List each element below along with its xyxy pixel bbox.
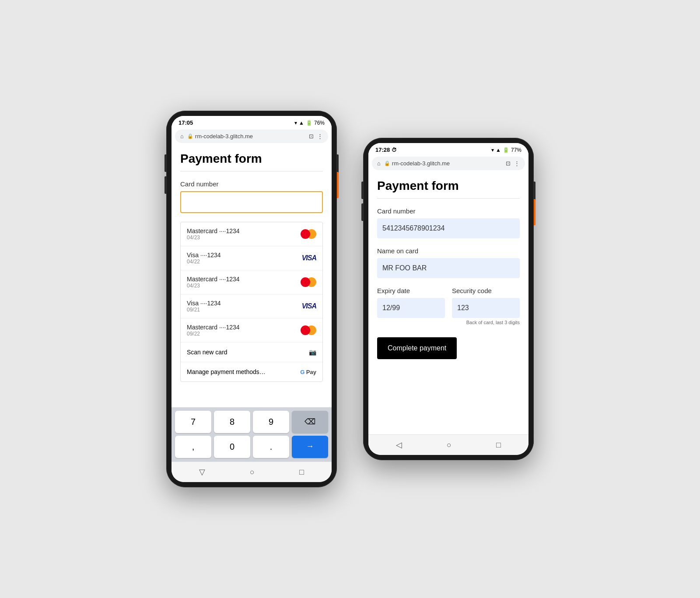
nav-bar-left: ▽ ○ □: [172, 462, 332, 482]
status-bar-left: 17:05 ▾ ▲ 🔋 76%: [172, 116, 332, 128]
status-icons-left: ▾ ▲ 🔋 76%: [294, 120, 325, 126]
card-number-field-left: Card number: [180, 180, 323, 213]
expiry-field: Expiry date 12/99: [377, 287, 445, 325]
browser-bar-right[interactable]: ⌂ 🔒 rm-codelab-3.glitch.me ⊡ ⋮: [372, 157, 525, 170]
key-0[interactable]: 0: [214, 436, 250, 458]
page-title-left: Payment form: [180, 152, 323, 166]
mastercard-logo-5: [301, 325, 316, 335]
url-bar-right[interactable]: 🔒 rm-codelab-3.glitch.me: [384, 160, 502, 167]
lock-icon: 🔒: [187, 133, 193, 139]
manage-payment-item[interactable]: Manage payment methods… G Pay: [181, 362, 322, 381]
card-number-label-right: Card number: [377, 207, 520, 215]
nav-home-left[interactable]: ○: [250, 468, 255, 477]
card-name-2: Visa ····1234: [187, 252, 221, 259]
nav-home-right[interactable]: ○: [447, 441, 452, 450]
name-label-right: Name on card: [377, 247, 520, 255]
name-field-right: Name on card MR FOO BAR: [377, 247, 520, 278]
card-exp-1: 04/23: [187, 234, 240, 241]
nav-back-right[interactable]: ◁: [396, 440, 402, 450]
url-text-left: rm-codelab-3.glitch.me: [195, 133, 253, 140]
expiry-security-row: Expiry date 12/99 Security code 123 Back…: [377, 287, 520, 334]
home-icon: ⌂: [180, 133, 184, 140]
page-content-left: Payment form Card number Mastercard ····…: [172, 145, 332, 407]
security-field: Security code 123 Back of card, last 3 d…: [452, 287, 520, 325]
card-exp-5: 09/22: [187, 331, 240, 337]
wifi-icon: ▾: [294, 120, 297, 126]
card-number-field-right: Card number 5412345678901234: [377, 207, 520, 238]
card-number-input-left[interactable]: [180, 191, 323, 213]
autocomplete-item-1[interactable]: Mastercard ····1234 04/23: [181, 222, 322, 246]
card-name-1: Mastercard ····1234: [187, 227, 240, 234]
camera-icon: 📷: [309, 349, 316, 356]
autocomplete-item-5[interactable]: Mastercard ····1234 09/22: [181, 318, 322, 343]
lock-icon-right: 🔒: [384, 161, 390, 166]
expiry-label: Expiry date: [377, 287, 445, 294]
nav-recents-right[interactable]: □: [496, 441, 501, 450]
status-icons-right: ▾ ▲ 🔋 77%: [491, 147, 522, 153]
battery-pct-left: 76%: [314, 120, 325, 126]
autocomplete-list: Mastercard ····1234 04/23 Visa ····1234 …: [180, 222, 323, 382]
url-bar-left[interactable]: 🔒 rm-codelab-3.glitch.me: [187, 133, 305, 140]
battery-icon-right: 🔋: [503, 147, 509, 153]
nav-recents-left[interactable]: □: [299, 468, 304, 477]
manage-label: Manage payment methods…: [187, 368, 266, 375]
page-title-right: Payment form: [377, 179, 520, 193]
url-text-right: rm-codelab-3.glitch.me: [392, 160, 450, 167]
home-icon-right: ⌂: [377, 160, 381, 167]
mastercard-logo-3: [301, 277, 316, 287]
divider-left: [180, 171, 323, 171]
keyboard-left: 7 8 9 ⌫ , 0 . →: [172, 407, 332, 462]
card-name-5: Mastercard ····1234: [187, 324, 240, 331]
signal-icon-right: ▲: [496, 147, 501, 153]
scan-new-card-item[interactable]: Scan new card 📷: [181, 343, 322, 362]
card-exp-4: 09/21: [187, 307, 221, 313]
time-right: 17:28 ⏱: [375, 147, 397, 153]
security-hint: Back of card, last 3 digits: [452, 320, 520, 325]
battery-pct-right: 77%: [511, 147, 522, 153]
key-comma[interactable]: ,: [175, 436, 211, 458]
name-value[interactable]: MR FOO BAR: [377, 258, 520, 278]
status-bar-right: 17:28 ⏱ ▾ ▲ 🔋 77%: [368, 143, 528, 155]
key-8[interactable]: 8: [214, 411, 250, 433]
timer-icon: ⏱: [392, 147, 397, 153]
tab-icon[interactable]: ⊡: [309, 133, 314, 140]
nav-bar-right: ◁ ○ □: [368, 434, 528, 455]
browser-icons-left: ⊡ ⋮: [309, 133, 323, 140]
page-content-right: Payment form Card number 541234567890123…: [368, 172, 528, 434]
card-exp-3: 04/23: [187, 283, 240, 289]
security-value[interactable]: 123: [452, 298, 520, 318]
key-7[interactable]: 7: [175, 411, 211, 433]
card-number-label-left: Card number: [180, 180, 323, 188]
autocomplete-item-3[interactable]: Mastercard ····1234 04/23: [181, 270, 322, 294]
key-enter[interactable]: →: [292, 436, 328, 458]
key-dot[interactable]: .: [253, 436, 289, 458]
scan-label: Scan new card: [187, 349, 228, 356]
wifi-icon-right: ▾: [491, 147, 494, 153]
card-number-value[interactable]: 5412345678901234: [377, 218, 520, 238]
browser-bar-left[interactable]: ⌂ 🔒 rm-codelab-3.glitch.me ⊡ ⋮: [175, 129, 328, 143]
phone-right: 17:28 ⏱ ▾ ▲ 🔋 77% ⌂ 🔒 rm-codelab-3.glitc…: [363, 138, 534, 460]
security-label: Security code: [452, 287, 520, 294]
nav-back-left[interactable]: ▽: [199, 467, 205, 477]
time-left: 17:05: [178, 119, 193, 126]
expiry-value[interactable]: 12/99: [377, 298, 445, 318]
visa-logo-2: VISA: [302, 254, 316, 262]
key-backspace[interactable]: ⌫: [292, 411, 328, 433]
visa-logo-4: VISA: [302, 302, 316, 310]
menu-icon[interactable]: ⋮: [317, 133, 323, 140]
gpay-logo: G Pay: [300, 369, 316, 375]
signal-icon: ▲: [299, 120, 304, 126]
autocomplete-item-4[interactable]: Visa ····1234 09/21 VISA: [181, 294, 322, 318]
battery-icon: 🔋: [306, 120, 312, 126]
divider-right: [377, 198, 520, 199]
card-name-4: Visa ····1234: [187, 300, 221, 307]
menu-icon-right[interactable]: ⋮: [514, 160, 520, 167]
tab-icon-right[interactable]: ⊡: [506, 160, 511, 167]
browser-icons-right: ⊡ ⋮: [506, 160, 520, 167]
mastercard-logo-1: [301, 229, 316, 239]
card-exp-2: 04/22: [187, 259, 221, 265]
autocomplete-item-2[interactable]: Visa ····1234 04/22 VISA: [181, 246, 322, 270]
key-9[interactable]: 9: [253, 411, 289, 433]
card-name-3: Mastercard ····1234: [187, 276, 240, 283]
complete-payment-button[interactable]: Complete payment: [377, 337, 457, 359]
